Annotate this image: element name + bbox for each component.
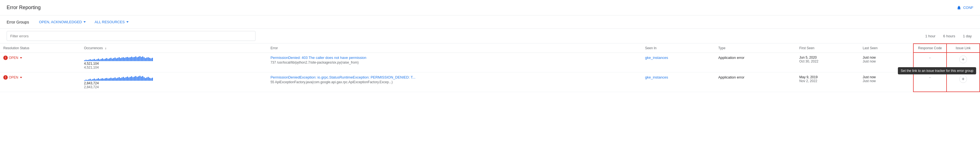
col-last-seen: Last Seen <box>859 44 913 52</box>
error-path: 737 /usr/local/lib/python2.7/site-packag… <box>270 60 359 64</box>
type-label: Application error <box>718 56 745 60</box>
spark-bar <box>120 78 121 81</box>
conf-button[interactable]: CONF <box>956 5 974 10</box>
filter-input[interactable] <box>6 31 256 41</box>
seen-in-link[interactable]: gke_instances <box>645 56 668 60</box>
error-title-link[interactable]: PermissionDenied: 403 The caller does no… <box>270 56 638 60</box>
spark-bar <box>132 77 134 81</box>
first-seen-date: Jun 5, 2020 <box>799 56 856 59</box>
spark-bar <box>121 78 123 81</box>
spark-bar <box>113 58 114 61</box>
spark-bar <box>130 57 131 61</box>
seen-in-link[interactable]: gke_instances <box>645 75 668 80</box>
occurrences-cell: 2,843,724 2,843,724 <box>81 72 267 92</box>
type-cell: Application error <box>715 52 796 72</box>
spark-bar <box>128 57 129 61</box>
spark-bar <box>110 58 111 61</box>
open-acknowledged-filter[interactable]: OPEN, ACKNOWLEDGED <box>36 18 89 26</box>
spark-bar <box>92 59 94 61</box>
last-seen-date: Just now <box>863 56 910 59</box>
spark-bar <box>115 78 116 81</box>
1-hour-button[interactable]: 1 hour <box>924 33 937 39</box>
spark-bar <box>90 59 91 61</box>
spark-bar <box>134 57 135 61</box>
spark-bar <box>132 57 134 61</box>
status-badge[interactable]: ! OPEN <box>3 56 22 60</box>
error-cell: PermissionDenied: 403 The caller does no… <box>267 52 642 72</box>
error-table-container: Resolution Status Occurrences ↓ Error Se… <box>0 43 980 92</box>
spark-bar <box>137 77 138 81</box>
seen-in-cell: gke_instances <box>642 72 715 92</box>
spark-bar <box>98 59 99 61</box>
bell-icon <box>956 5 961 10</box>
spark-bar <box>131 57 132 61</box>
spark-bar <box>95 60 96 61</box>
spark-bar <box>146 78 147 81</box>
top-header: Error Reporting CONF <box>0 0 980 16</box>
spark-bar <box>86 60 87 61</box>
add-issue-link-button[interactable]: + <box>959 56 967 63</box>
spark-bar <box>108 59 109 61</box>
spark-bar <box>112 59 113 61</box>
status-label: OPEN <box>9 56 18 60</box>
spark-bar <box>94 59 95 61</box>
spark-bar <box>112 78 113 81</box>
status-chevron-icon <box>20 57 22 59</box>
chevron-down-icon-2 <box>126 21 129 23</box>
first-seen-cell: Jun 5, 2020 Oct 30, 2022 <box>796 52 859 72</box>
open-acknowledged-label: OPEN, ACKNOWLEDGED <box>39 20 82 24</box>
col-type: Type <box>715 44 796 52</box>
spark-bar <box>149 78 150 81</box>
spark-bar <box>99 79 100 81</box>
spark-bar <box>106 58 107 61</box>
error-cell: PermissionDeniedException: io.grpc.Statu… <box>267 72 642 92</box>
spark-bar <box>135 76 136 81</box>
spark-bar <box>105 59 106 61</box>
6-hours-button[interactable]: 6 hours <box>942 33 957 39</box>
spark-bar <box>127 76 128 81</box>
issue-link-cell: + <box>947 72 980 92</box>
spark-bar <box>86 80 87 81</box>
spark-bar <box>108 78 109 81</box>
spark-bar <box>120 58 121 61</box>
status-badge[interactable]: ! OPEN <box>3 75 22 80</box>
spark-bar <box>138 57 139 61</box>
spark-bar <box>98 78 99 81</box>
spark-bar <box>138 76 139 81</box>
spark-bar <box>97 59 98 61</box>
resolution-cell: ! OPEN <box>0 72 81 92</box>
spark-bar <box>131 76 132 81</box>
first-seen-cell: May 9, 2019 Nov 2, 2022 <box>796 72 859 92</box>
spark-bar <box>124 58 125 61</box>
spark-bar <box>101 78 102 81</box>
issue-link-content: + Set the link to an issue tracker for t… <box>950 56 976 63</box>
occurrences-cell: 4,521,104 4,521,104 <box>81 52 267 72</box>
spark-bar <box>109 78 110 81</box>
resolution-cell: ! OPEN <box>0 52 81 72</box>
spark-bar <box>84 80 85 81</box>
issue-link-cell: + Set the link to an issue tracker for t… <box>947 52 980 72</box>
1-day-button[interactable]: 1 day <box>961 33 974 39</box>
spark-bar <box>142 56 143 61</box>
sparkline <box>84 56 264 61</box>
spark-bar <box>101 59 102 61</box>
occurrence-main: 4,521,104 <box>84 62 264 65</box>
first-seen-date: May 9, 2019 <box>799 75 856 79</box>
spark-bar <box>146 57 147 61</box>
col-resolution-status: Resolution Status <box>0 44 81 52</box>
error-title-link[interactable]: PermissionDeniedException: io.grpc.Statu… <box>270 75 638 80</box>
sparkline <box>84 75 264 81</box>
spark-bar <box>84 60 85 61</box>
col-occurrences[interactable]: Occurrences ↓ <box>81 44 267 52</box>
spark-bar <box>90 79 91 81</box>
spark-bar <box>106 78 107 81</box>
sub-header: Error Groups OPEN, ACKNOWLEDGED ALL RESO… <box>0 16 980 29</box>
all-resources-filter[interactable]: ALL RESOURCES <box>91 18 132 26</box>
col-first-seen: First Seen <box>796 44 859 52</box>
first-seen-sub: Oct 30, 2022 <box>799 59 856 63</box>
filter-bar: 1 hour 6 hours 1 day <box>0 29 980 43</box>
add-issue-link-button[interactable]: + <box>959 75 967 83</box>
chevron-down-icon <box>84 21 86 23</box>
spark-bar <box>141 57 142 61</box>
time-buttons: 1 hour 6 hours 1 day <box>924 33 974 39</box>
